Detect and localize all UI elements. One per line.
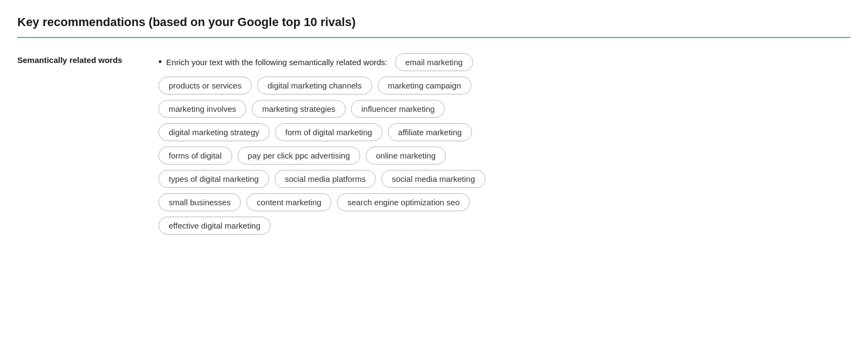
tag-form-of-digital-marketing[interactable]: form of digital marketing <box>275 123 382 141</box>
first-row: • Enrich your text with the following se… <box>158 53 851 71</box>
tag-row-8: effective digital marketing <box>158 217 851 235</box>
tag-forms-of-digital[interactable]: forms of digital <box>158 147 232 165</box>
tag-email-marketing[interactable]: email marketing <box>395 53 473 71</box>
tag-types-of-digital-marketing[interactable]: types of digital marketing <box>158 170 269 188</box>
section-content: • Enrich your text with the following se… <box>158 53 851 235</box>
tag-row-2: products or services digital marketing c… <box>158 77 851 94</box>
tag-marketing-campaign[interactable]: marketing campaign <box>378 77 471 94</box>
tag-marketing-strategies[interactable]: marketing strategies <box>252 100 346 118</box>
tag-row-7: small businesses content marketing searc… <box>158 193 851 211</box>
tags-area: products or services digital marketing c… <box>158 77 851 235</box>
tag-online-marketing[interactable]: online marketing <box>366 147 446 165</box>
tag-social-media-platforms[interactable]: social media platforms <box>275 170 376 188</box>
tag-marketing-involves[interactable]: marketing involves <box>158 100 246 118</box>
tag-digital-marketing-channels[interactable]: digital marketing channels <box>257 77 372 94</box>
tag-row-6: types of digital marketing social media … <box>158 170 851 188</box>
tag-influencer-marketing[interactable]: influencer marketing <box>351 100 445 118</box>
tag-row-4: digital marketing strategy form of digit… <box>158 123 851 141</box>
tag-affiliate-marketing[interactable]: affiliate marketing <box>388 123 472 141</box>
tag-small-businesses[interactable]: small businesses <box>158 193 241 211</box>
tag-content-marketing[interactable]: content marketing <box>246 193 331 211</box>
section-label: Semantically related words <box>17 53 137 65</box>
tag-search-engine-optimization-seo[interactable]: search engine optimization seo <box>337 193 470 211</box>
tag-social-media-marketing[interactable]: social media marketing <box>381 170 485 188</box>
page-title: Key recommendations (based on your Googl… <box>17 15 851 38</box>
bullet-text: • Enrich your text with the following se… <box>158 56 387 68</box>
bullet-dot: • <box>158 56 162 68</box>
tag-products-or-services[interactable]: products or services <box>158 77 252 94</box>
tag-digital-marketing-strategy[interactable]: digital marketing strategy <box>158 123 270 141</box>
tag-effective-digital-marketing[interactable]: effective digital marketing <box>158 217 271 235</box>
tag-row-3: marketing involves marketing strategies … <box>158 100 851 118</box>
tag-row-5: forms of digital pay per click ppc adver… <box>158 147 851 165</box>
semantically-related-section: Semantically related words • Enrich your… <box>17 53 851 235</box>
enrich-label: Enrich your text with the following sema… <box>166 58 387 67</box>
tag-pay-per-click[interactable]: pay per click ppc advertising <box>238 147 360 165</box>
